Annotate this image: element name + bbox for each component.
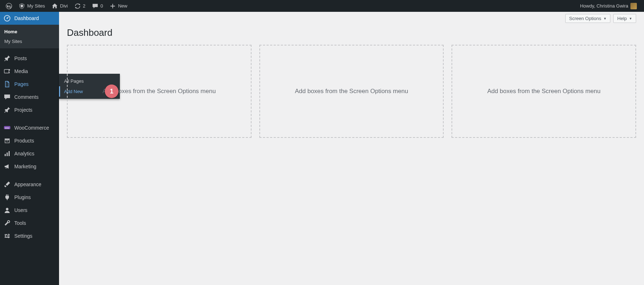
menu-posts-label: Posts: [14, 55, 27, 61]
menu-projects-label: Projects: [14, 107, 33, 113]
top-controls: Screen Options ▼ Help ▼: [67, 12, 636, 25]
comments-count: 0: [101, 3, 103, 9]
svg-point-2: [7, 18, 8, 19]
screen-options-button[interactable]: Screen Options ▼: [565, 14, 611, 23]
refresh-icon: [74, 3, 81, 9]
svg-rect-9: [5, 140, 9, 143]
svg-text:woo: woo: [5, 127, 9, 129]
widget-placeholder: Add boxes from the Screen Options menu: [452, 45, 636, 138]
menu-dashboard[interactable]: Dashboard: [0, 12, 59, 25]
svg-rect-13: [9, 151, 10, 156]
avatar: [630, 3, 637, 9]
menu-marketing[interactable]: Marketing: [0, 160, 59, 173]
svg-rect-11: [5, 154, 6, 156]
comment-icon: [4, 93, 11, 101]
svg-rect-12: [7, 153, 8, 156]
dashboard-widget-row: Add boxes from the Screen Options menu A…: [67, 45, 636, 138]
plus-icon: [109, 3, 116, 9]
widget-placeholder: Add boxes from the Screen Options menu: [259, 45, 444, 138]
main-content: Screen Options ▼ Help ▼ Dashboard Add bo…: [59, 12, 644, 285]
new-content-menu[interactable]: New: [107, 0, 130, 12]
megaphone-icon: [4, 163, 11, 170]
svg-point-14: [6, 208, 9, 211]
menu-media[interactable]: Media: [0, 65, 59, 78]
chevron-down-icon: ▼: [603, 17, 606, 20]
menu-analytics[interactable]: Analytics: [0, 147, 59, 160]
menu-posts[interactable]: Posts: [0, 52, 59, 65]
admin-bar: My Sites Divi 2 0 New Howdy, Christina G…: [0, 0, 644, 12]
menu-analytics-label: Analytics: [14, 151, 34, 156]
admin-sidebar: Dashboard Home My Sites Posts Media Page…: [0, 12, 59, 285]
menu-settings[interactable]: Settings: [0, 230, 59, 242]
menu-pages[interactable]: Pages: [0, 78, 59, 91]
menu-comments-label: Comments: [14, 94, 39, 100]
svg-rect-8: [5, 139, 10, 140]
page-title: Dashboard: [67, 25, 636, 45]
my-sites-label: My Sites: [27, 3, 45, 9]
chevron-down-icon: ▼: [629, 17, 632, 20]
updates-menu[interactable]: 2: [72, 0, 88, 12]
svg-rect-3: [4, 69, 9, 73]
menu-tools-label: Tools: [14, 220, 26, 226]
widget-placeholder: Add boxes from the Screen Options menu: [67, 45, 252, 138]
new-label: New: [118, 3, 127, 9]
menu-projects[interactable]: Projects: [0, 103, 59, 116]
menu-plugins[interactable]: Plugins: [0, 191, 59, 204]
svg-rect-10: [6, 141, 8, 141]
menu-appearance[interactable]: Appearance: [0, 178, 59, 191]
chart-icon: [4, 150, 11, 157]
wordpress-icon: [6, 3, 12, 9]
my-sites-menu[interactable]: My Sites: [16, 0, 48, 12]
menu-tools[interactable]: Tools: [0, 217, 59, 230]
menu-plugins-label: Plugins: [14, 194, 31, 200]
account-menu[interactable]: Howdy, Christina Gwira: [577, 0, 640, 12]
menu-products-label: Products: [14, 138, 34, 144]
sliders-icon: [4, 232, 11, 240]
svg-point-4: [9, 69, 10, 71]
site-name-menu[interactable]: Divi: [49, 0, 71, 12]
media-icon: [4, 68, 11, 75]
help-button[interactable]: Help ▼: [613, 14, 636, 23]
menu-comments[interactable]: Comments: [0, 91, 59, 103]
screen-options-label: Screen Options: [569, 16, 601, 21]
submenu-home[interactable]: Home: [0, 27, 59, 37]
comment-icon: [92, 3, 98, 9]
updates-count: 2: [83, 3, 86, 9]
comments-menu[interactable]: 0: [89, 0, 106, 12]
callout-badge: 1: [105, 84, 118, 98]
admin-bar-left: My Sites Divi 2 0 New: [3, 0, 130, 12]
plug-icon: [4, 194, 11, 201]
howdy-text: Howdy, Christina Gwira: [580, 3, 628, 9]
menu-users-label: Users: [14, 207, 28, 213]
wp-logo-menu[interactable]: [3, 0, 15, 12]
dashboard-icon: [4, 15, 11, 22]
menu-dashboard-label: Dashboard: [14, 15, 39, 21]
menu-woocommerce[interactable]: woo WooCommerce: [0, 121, 59, 134]
woo-icon: woo: [4, 124, 11, 131]
menu-marketing-label: Marketing: [14, 164, 36, 169]
menu-woocommerce-label: WooCommerce: [14, 125, 49, 131]
menu-settings-label: Settings: [14, 233, 33, 239]
menu-products[interactable]: Products: [0, 134, 59, 147]
menu-media-label: Media: [14, 68, 28, 74]
svg-rect-5: [5, 81, 9, 87]
menu-appearance-label: Appearance: [14, 182, 42, 187]
admin-bar-right: Howdy, Christina Gwira: [577, 0, 641, 12]
submenu-my-sites[interactable]: My Sites: [0, 37, 59, 46]
menu-users[interactable]: Users: [0, 204, 59, 217]
dashboard-submenu: Home My Sites: [0, 25, 59, 48]
help-label: Help: [617, 16, 627, 21]
page-icon: [4, 81, 11, 88]
archive-icon: [4, 137, 11, 144]
home-icon: [52, 3, 58, 9]
multisite-icon: [19, 3, 25, 9]
user-icon: [4, 207, 11, 214]
site-name-label: Divi: [60, 3, 68, 9]
menu-pages-label: Pages: [14, 81, 29, 87]
brush-icon: [4, 181, 11, 188]
wrench-icon: [4, 219, 11, 227]
pin-icon: [4, 106, 11, 113]
pin-icon: [4, 55, 11, 62]
